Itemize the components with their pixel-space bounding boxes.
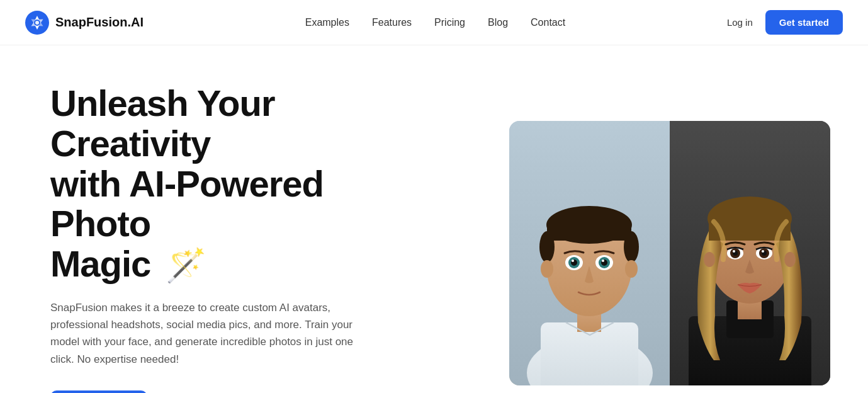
svg-point-37 — [733, 250, 735, 253]
nav-actions: Log in Get started — [727, 10, 843, 35]
get-started-hero-button[interactable]: Get started — [50, 390, 147, 393]
svg-point-29 — [704, 252, 715, 267]
hero-image-woman — [670, 121, 830, 385]
nav-link-examples[interactable]: Examples — [305, 17, 349, 28]
nav-link-contact[interactable]: Contact — [531, 17, 565, 28]
get-started-nav-button[interactable]: Get started — [765, 10, 843, 35]
svg-point-38 — [762, 250, 764, 253]
man-portrait-svg — [509, 121, 670, 385]
hero-section: Unleash Your Creativitywith AI-Powered P… — [0, 45, 868, 393]
woman-portrait-svg — [670, 121, 830, 385]
svg-point-12 — [541, 260, 553, 278]
brand-logo-icon — [25, 11, 49, 35]
brand-logo-link[interactable]: SnapFusion.AI — [25, 11, 144, 35]
svg-point-20 — [572, 259, 574, 262]
hero-title-emoji: 🪄 — [166, 248, 206, 283]
brand-name: SnapFusion.AI — [55, 15, 144, 30]
svg-point-21 — [602, 259, 604, 262]
login-button[interactable]: Log in — [727, 17, 753, 28]
navbar: SnapFusion.AI Examples Features Pricing … — [0, 0, 868, 45]
nav-link-blog[interactable]: Blog — [488, 17, 508, 28]
hero-image-man — [509, 121, 670, 385]
hero-image — [509, 121, 830, 385]
svg-point-13 — [625, 260, 638, 278]
hero-description: SnapFusion makes it a breeze to create c… — [50, 299, 365, 368]
hero-title: Unleash Your Creativitywith AI-Powered P… — [50, 83, 403, 284]
svg-point-30 — [784, 252, 796, 267]
nav-links: Examples Features Pricing Blog Contact — [305, 17, 565, 28]
nav-link-features[interactable]: Features — [372, 17, 412, 28]
svg-point-2 — [35, 21, 39, 25]
svg-rect-11 — [547, 225, 631, 241]
nav-link-pricing[interactable]: Pricing — [434, 17, 465, 28]
hero-content: Unleash Your Creativitywith AI-Powered P… — [50, 83, 403, 393]
